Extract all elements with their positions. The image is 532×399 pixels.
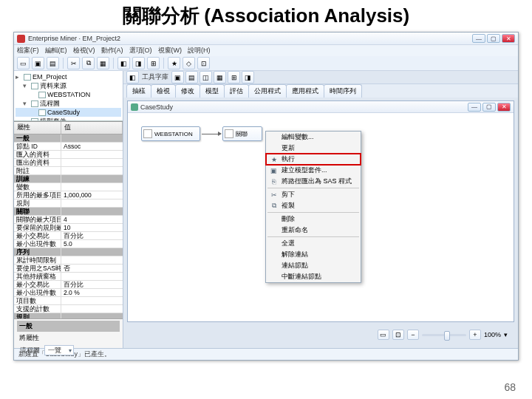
menu-item-icon xyxy=(269,272,279,282)
context-menu-item[interactable]: 更新 xyxy=(266,143,361,154)
bottom-select[interactable]: 一覽 xyxy=(44,345,74,355)
prop-row[interactable]: 最小交易比百分比 xyxy=(14,281,123,289)
minimize-button[interactable]: — xyxy=(472,34,485,43)
props-hdr-value: 值 xyxy=(61,122,123,134)
context-menu: 編輯變數...更新★執行▣建立模型套件...⎘將路徑匯出為 SAS 程式✂剪下⧉… xyxy=(265,131,361,283)
menu-item-icon xyxy=(269,250,279,259)
prop-row[interactable]: 最小出現件數2.0 % xyxy=(14,289,123,297)
menu-window[interactable]: 視窗(W) xyxy=(158,46,183,55)
context-menu-item[interactable]: ⧉複製 xyxy=(266,200,361,211)
prop-row[interactable]: 最小交易比百分比 xyxy=(14,232,123,240)
bottom-label: 流程圖 xyxy=(20,346,40,355)
pal-item[interactable]: ▤ xyxy=(185,71,198,83)
help-panel: 一般 將屬性 xyxy=(14,318,123,348)
tool-new[interactable]: ▭ xyxy=(17,57,30,69)
zoom-in-icon[interactable]: + xyxy=(469,330,481,340)
pal-btn[interactable]: ◧ xyxy=(126,71,139,83)
menu-item-icon xyxy=(269,132,279,142)
prop-row[interactable]: 其他持續窗格 xyxy=(14,273,123,281)
menu-file[interactable]: 檔案(F) xyxy=(17,46,39,55)
context-menu-item[interactable]: 編輯變數... xyxy=(266,132,361,143)
node-label: WEBSTATION xyxy=(154,131,193,137)
menu-view[interactable]: 檢視(V) xyxy=(73,46,95,55)
prop-row[interactable]: 關聯的最大項目4 xyxy=(14,216,123,224)
context-menu-item[interactable]: 解除連結 xyxy=(266,249,361,260)
tab[interactable]: 應用程式 xyxy=(286,84,324,98)
tree-item[interactable]: ▾資料來源 xyxy=(16,81,121,90)
tab[interactable]: 時間序列 xyxy=(324,84,362,98)
tree-item[interactable]: WEBSTATION xyxy=(16,90,121,99)
tool-b[interactable]: ◨ xyxy=(132,57,145,69)
menu-item-icon: ★ xyxy=(269,154,279,164)
maximize-button[interactable]: ▢ xyxy=(487,34,500,43)
tool-e[interactable]: ⊡ xyxy=(197,57,210,69)
pal-item[interactable]: ⊞ xyxy=(228,71,240,83)
tool-cut[interactable]: ✂ xyxy=(67,57,80,69)
tree-item[interactable]: ▾流程圖 xyxy=(16,99,121,108)
pal-item[interactable]: ▣ xyxy=(171,71,184,83)
menu-edit[interactable]: 編輯(E) xyxy=(45,46,67,55)
tab[interactable]: 修改 xyxy=(175,84,200,98)
prop-row[interactable]: 支援的計數 xyxy=(14,305,123,313)
prop-row[interactable]: 附註 xyxy=(14,167,123,175)
prop-row[interactable]: 節點 IDAssoc xyxy=(14,143,123,151)
tab[interactable]: 評估 xyxy=(224,84,249,98)
inner-maximize[interactable]: ▢ xyxy=(482,103,496,112)
prop-row[interactable]: 所用的最多項目1,000,000 xyxy=(14,191,123,200)
zoom-100-icon[interactable]: ⊡ xyxy=(392,330,404,340)
tab[interactable]: 模型 xyxy=(200,84,225,98)
tree-root[interactable]: ▸EM_Project xyxy=(16,72,121,81)
tab[interactable]: 公用程式 xyxy=(248,84,287,98)
menu-options[interactable]: 選項(O) xyxy=(129,46,152,55)
context-menu-item[interactable]: 連結節點 xyxy=(266,260,361,271)
context-menu-item[interactable]: 重新命名 xyxy=(266,225,361,236)
tool-paste[interactable]: ▦ xyxy=(97,57,109,69)
tool-a[interactable]: ◧ xyxy=(117,57,130,69)
connector-arrow[interactable] xyxy=(202,134,221,134)
tool-open[interactable]: ▣ xyxy=(32,57,44,69)
node-association[interactable]: 關聯 xyxy=(222,126,262,141)
tool-copy[interactable]: ⧉ xyxy=(82,57,95,69)
context-menu-item[interactable]: 中斷連結節點 xyxy=(266,271,361,282)
prop-row[interactable]: 要保留的規則最小信賴度10 xyxy=(14,224,123,232)
tool-save[interactable]: ▤ xyxy=(47,57,59,69)
prop-row[interactable]: 最小出現件數5.0 xyxy=(14,240,123,248)
zoom-fit-icon[interactable]: ▭ xyxy=(378,330,389,340)
prop-row[interactable]: 累計時間限制 xyxy=(14,256,123,265)
property-grid[interactable]: 屬性值 一般節點 IDAssoc匯入的資料匯出的資料附註訓練變數所用的最多項目1… xyxy=(14,121,123,318)
node-data-source[interactable]: WEBSTATION xyxy=(141,126,200,141)
menu-item-label: 全選 xyxy=(282,239,295,248)
prop-section: 關聯 xyxy=(14,208,61,215)
zoom-out-icon[interactable]: − xyxy=(407,330,419,340)
context-menu-item[interactable]: 刪除 xyxy=(266,214,361,225)
context-menu-item[interactable]: ✂剪下 xyxy=(266,189,361,200)
prop-row[interactable]: 匯出的資料 xyxy=(14,159,123,167)
pal-item[interactable]: ▦ xyxy=(214,71,226,83)
menu-help[interactable]: 說明(H) xyxy=(188,46,211,55)
tool-c[interactable]: ⊞ xyxy=(147,57,160,69)
inner-close[interactable]: ✕ xyxy=(497,103,511,112)
context-menu-item[interactable]: ▣建立模型套件... xyxy=(266,165,361,176)
zoom-slider[interactable] xyxy=(422,334,466,336)
tree-item-selected[interactable]: CaseStudy xyxy=(16,108,121,117)
inner-minimize[interactable]: — xyxy=(468,103,481,112)
tool-run[interactable]: ★ xyxy=(168,57,180,69)
prop-row[interactable]: 要使用之SAS時間否 xyxy=(14,265,123,273)
tab[interactable]: 檢視 xyxy=(151,84,176,98)
prop-row[interactable]: 匯入的資料 xyxy=(14,151,123,159)
pal-item[interactable]: ◨ xyxy=(242,71,254,83)
menu-action[interactable]: 動作(A) xyxy=(101,46,123,55)
prop-row[interactable]: 變數 xyxy=(14,183,123,191)
diagram-canvas[interactable]: WEBSTATION 關聯 編輯變數...更新★執行▣建立模型套件...⎘將路徑… xyxy=(128,113,514,321)
pal-item[interactable]: ◫ xyxy=(200,71,212,83)
prop-row[interactable]: 項目數 xyxy=(14,297,123,305)
prop-row[interactable]: 規則 xyxy=(14,200,123,208)
tool-d[interactable]: ◇ xyxy=(183,57,195,69)
close-button[interactable]: ✕ xyxy=(502,34,515,43)
context-menu-item[interactable]: ⎘將路徑匯出為 SAS 程式 xyxy=(266,176,361,187)
project-tree[interactable]: ▸EM_Project ▾資料來源 WEBSTATION ▾流程圖 CaseSt… xyxy=(14,71,123,121)
context-menu-item[interactable]: 全選 xyxy=(266,238,361,249)
context-menu-item[interactable]: ★執行 xyxy=(266,154,361,165)
tab[interactable]: 抽樣 xyxy=(126,84,151,98)
zoom-dropdown-icon[interactable]: ▾ xyxy=(504,331,508,338)
